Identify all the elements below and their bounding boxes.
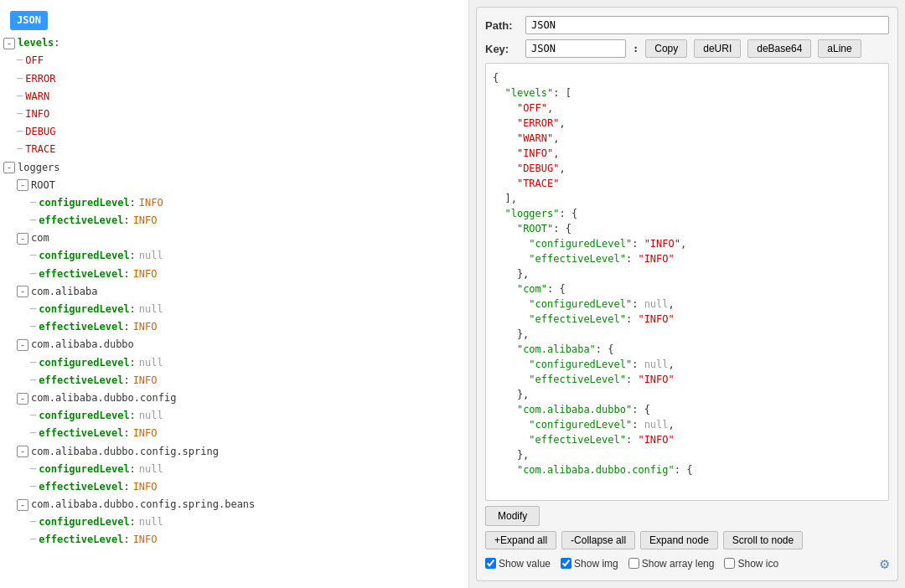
tree-row-root-configured: ─ configuredLevel : INFO [0,194,468,212]
levels-toggle[interactable]: - [3,38,15,49]
tree-row-com-alibaba-dubbo-configured: ─ configuredLevel : null [0,354,468,372]
info-label: INFO [25,106,49,122]
show-value-label: Show value [499,558,551,570]
action-row: +Expand all -Collapse all Expand node Sc… [485,531,889,549]
com-alibaba-toggle[interactable]: - [17,286,28,297]
debase64-button[interactable]: deBase64 [747,39,811,58]
loggers-toggle[interactable]: - [3,162,15,173]
show-img-checkbox[interactable] [561,558,571,569]
tree-row-warn: ─ WARN [0,88,468,106]
tree-row-com-configured: ─ configuredLevel : null [0,247,468,265]
show-ico-option[interactable]: Show ico [724,558,778,570]
tree-row-com-alibaba-dubbo-config-configured: ─ configuredLevel : null [0,407,468,425]
path-row: Path: [485,16,889,34]
com-alibaba-dubbo-config-label: com.alibaba.dubbo.config [31,390,176,406]
json-root-tag[interactable]: JSON [0,7,468,34]
gear-icon[interactable]: ⚙ [880,554,889,572]
com-alibaba-dubbo-toggle[interactable]: - [17,339,28,351]
tree-row-info: ─ INFO [0,106,468,123]
error-label: ERROR [25,71,55,87]
tree-row-error: ─ ERROR [0,70,468,88]
tree-row-root[interactable]: - ROOT [0,177,468,194]
tree-row-beans-configured: ─ configuredLevel : null [0,513,468,531]
tree-panel: JSON - levels : ─ OFF ─ ERROR ─ WARN ─ I… [0,0,469,588]
show-ico-label: Show ico [737,558,778,570]
right-panel: Path: Key: : Copy deURI deBase64 aLine {… [476,7,898,581]
debug-label: DEBUG [25,124,55,140]
com-label: com [31,230,49,246]
scroll-to-node-button[interactable]: Scroll to node [723,531,803,549]
path-input[interactable] [525,16,889,34]
tree-row-spring-effective: ─ effectiveLevel : INFO [0,478,468,496]
path-label: Path: [485,19,519,32]
off-label: OFF [25,53,44,69]
json-tag: JSON [10,11,48,30]
tree-row-com-effective: ─ effectiveLevel : INFO [0,266,468,283]
key-label: Key: [485,43,519,55]
key-row: Key: : Copy deURI deBase64 aLine [485,39,889,58]
collapse-all-button[interactable]: -Collapse all [561,531,635,549]
expand-all-button[interactable]: +Expand all [485,531,556,549]
expand-node-button[interactable]: Expand node [640,531,718,549]
com-alibaba-dubbo-config-spring-label: com.alibaba.dubbo.config.spring [31,444,219,460]
levels-label: levels [18,35,54,51]
com-toggle[interactable]: - [17,233,28,245]
tree-row-trace: ─ TRACE [0,141,468,158]
deuri-button[interactable]: deURI [694,39,741,58]
tree-row-com-alibaba-dubbo-config-effective: ─ effectiveLevel : INFO [0,425,468,442]
tree-row-com-alibaba[interactable]: - com.alibaba [0,283,468,301]
loggers-label: loggers [18,160,60,176]
copy-button[interactable]: Copy [645,39,687,58]
colon-separator: : [633,43,639,54]
options-row: Show value Show img Show array leng Show… [485,554,889,572]
tree-row-com-alibaba-dubbo-effective: ─ effectiveLevel : INFO [0,372,468,389]
show-img-option[interactable]: Show img [561,558,618,570]
show-array-leng-label: Show array leng [642,558,715,570]
modify-row: Modify [485,506,889,526]
root-label: ROOT [31,178,55,193]
tree-row-root-effective: ─ effectiveLevel : INFO [0,212,468,230]
warn-label: WARN [25,89,49,105]
com-alibaba-dubbo-config-spring-toggle[interactable]: - [17,446,28,457]
com-alibaba-dubbo-label: com.alibaba.dubbo [31,337,134,353]
tree-row-com-alibaba-dubbo-config-spring[interactable]: - com.alibaba.dubbo.config.spring [0,443,468,461]
tree-row-com-alibaba-effective: ─ effectiveLevel : INFO [0,318,468,336]
tree-row-spring-configured: ─ configuredLevel : null [0,461,468,478]
show-img-label: Show img [574,558,618,570]
json-content: { "levels": [ "OFF", "ERROR", "WARN", "I… [485,63,889,501]
com-alibaba-dubbo-config-spring-beans-toggle[interactable]: - [17,499,28,511]
show-array-leng-checkbox[interactable] [628,558,639,569]
tree-row-com-alibaba-dubbo-config-spring-beans[interactable]: - com.alibaba.dubbo.config.spring.beans [0,496,468,513]
root-toggle[interactable]: - [17,179,28,191]
show-value-option[interactable]: Show value [485,558,551,570]
tree-row-levels[interactable]: - levels : [0,34,468,52]
bottom-toolbar: Modify +Expand all -Collapse all Expand … [485,506,889,572]
com-alibaba-dubbo-config-toggle[interactable]: - [17,393,28,405]
tree-row-com[interactable]: - com [0,230,468,247]
key-input[interactable] [525,39,626,58]
show-array-leng-option[interactable]: Show array leng [628,558,715,570]
com-alibaba-dubbo-config-spring-beans-label: com.alibaba.dubbo.config.spring.beans [31,497,255,513]
json-pre: { "levels": [ "OFF", "ERROR", "WARN", "I… [493,70,882,477]
tree-row-loggers[interactable]: - loggers [0,159,468,177]
aline-button[interactable]: aLine [818,39,861,58]
show-value-checkbox[interactable] [485,558,496,569]
tree-row-beans-effective: ─ effectiveLevel : INFO [0,531,468,549]
tree-row-com-alibaba-dubbo[interactable]: - com.alibaba.dubbo [0,336,468,353]
tree-row-com-alibaba-dubbo-config[interactable]: - com.alibaba.dubbo.config [0,389,468,407]
trace-label: TRACE [25,142,55,157]
com-alibaba-label: com.alibaba [31,284,97,300]
modify-button[interactable]: Modify [485,506,540,526]
tree-row-off: ─ OFF [0,52,468,70]
show-ico-checkbox[interactable] [724,558,735,569]
tree-row-com-alibaba-configured: ─ configuredLevel : null [0,301,468,318]
tree-row-debug: ─ DEBUG [0,123,468,141]
